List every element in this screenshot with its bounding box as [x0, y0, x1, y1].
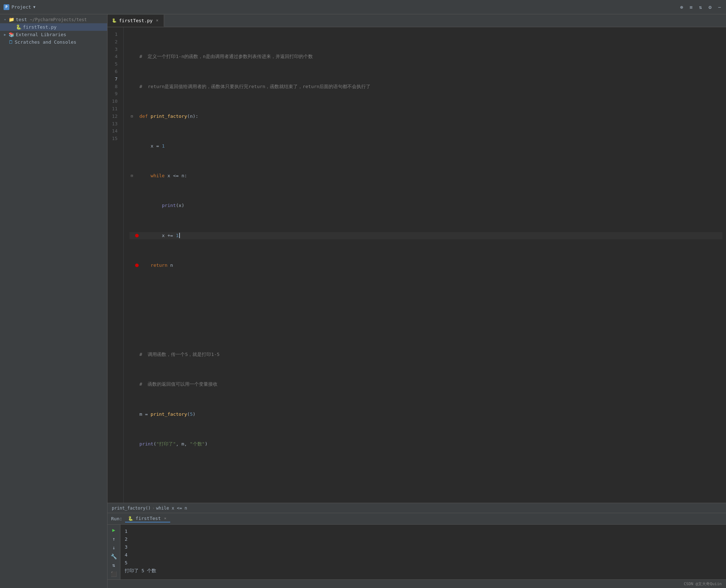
code-line-11: # 调用函数，传一个5，就是打印1-5 — [129, 351, 722, 358]
line-num-7: 7 — [108, 76, 120, 83]
run-output[interactable]: 1 2 3 4 5 打印了 5 个数 — [120, 525, 726, 579]
line-num-15: 15 — [108, 135, 120, 143]
run-down-button[interactable]: ↓ — [110, 544, 118, 551]
project-icon: P — [4, 4, 9, 10]
code-text-5: while x <= n: — [139, 172, 722, 180]
code-line-14: print("打印了", m, "个数") — [129, 440, 722, 448]
run-tab-name: firstTest — [135, 516, 161, 521]
run-play-button[interactable]: ▶ — [110, 527, 118, 534]
line-num-6: 6 — [108, 68, 120, 76]
sidebar-item-scratches[interactable]: 🗒 Scratches and Consoles — [0, 38, 107, 46]
line-num-2: 2 — [108, 38, 120, 46]
browse-icon[interactable]: ⊕ — [679, 4, 684, 11]
output-line-4: 4 — [125, 551, 722, 559]
settings-icon[interactable]: ⚙ — [707, 4, 713, 11]
title-bar-icons: ⊕ ≡ ⇅ ⚙ − — [679, 4, 722, 11]
line-num-5: 5 — [108, 61, 120, 68]
code-line-1: # 定义一个打印1-n的函数，n是由调用者通过参数列表传进来，并返回打印的个数 — [129, 53, 722, 61]
status-right: CSDN @文大奇Quiin — [684, 581, 722, 587]
sidebar-tree: ▾ 📁 test ~/PycharmProjects/test 🐍 firstT… — [0, 14, 107, 588]
sidebar: ▾ 📁 test ~/PycharmProjects/test 🐍 firstT… — [0, 14, 108, 588]
line-numbers: 1 2 3 4 5 6 7 8 9 10 11 12 13 14 15 — [108, 27, 124, 503]
title-bar: P Project ▼ ⊕ ≡ ⇅ ⚙ − — [0, 0, 726, 14]
breadcrumb-sep: › — [152, 506, 154, 511]
ext-icon: 📚 — [9, 32, 14, 37]
navigate-icon[interactable]: ⇅ — [698, 4, 703, 11]
minimize-icon[interactable]: − — [717, 4, 722, 11]
code-text-2: # return是返回值给调用者的，函数体只要执行完return，函数就结束了，… — [139, 83, 722, 91]
editor-area: 🐍 firstTest.py × 1 2 3 4 5 6 7 8 9 10 11… — [108, 14, 726, 588]
code-line-6: print(x) — [129, 202, 722, 209]
code-text-4: x = 1 — [139, 143, 722, 150]
code-text-7: x += 1 — [139, 232, 722, 240]
sidebar-item-test-folder[interactable]: ▾ 📁 test ~/PycharmProjects/test — [0, 16, 107, 23]
sidebar-item-firsttest[interactable]: 🐍 firstTest.py — [0, 23, 107, 31]
py-file-icon: 🐍 — [16, 24, 22, 30]
output-line-5: 5 — [125, 559, 722, 567]
code-text-15 — [139, 470, 722, 478]
run-tab-close[interactable]: × — [163, 516, 168, 521]
line-num-10: 10 — [108, 98, 120, 105]
line-num-12: 12 — [108, 113, 120, 120]
line-num-1: 1 — [108, 31, 120, 38]
run-settings-button[interactable]: 🔧 — [110, 553, 118, 560]
run-tab-firsttest[interactable]: 🐍 firstTest × — [125, 515, 170, 522]
code-text-1: # 定义一个打印1-n的函数，n是由调用者通过参数列表传进来，并返回打印的个数 — [139, 53, 722, 61]
code-line-8: return n — [129, 262, 722, 269]
run-panel: Run: 🐍 firstTest × ▶ ↑ ↓ 🔧 ⇅ ⬛ 1 — [108, 513, 726, 588]
code-line-4: x = 1 — [129, 143, 722, 150]
line-num-11: 11 — [108, 105, 120, 113]
code-text-11: # 调用函数，传一个5，就是打印1-5 — [139, 351, 722, 358]
ext-arrow: ▶ — [3, 33, 7, 37]
code-text-6: print(x) — [139, 202, 722, 209]
run-header: Run: 🐍 firstTest × — [108, 513, 726, 525]
breadcrumb-scope[interactable]: while x <= n — [156, 506, 187, 511]
bp-7[interactable] — [134, 234, 139, 237]
main-layout: ▾ 📁 test ~/PycharmProjects/test 🐍 firstT… — [0, 14, 726, 588]
folder-icon: 📁 — [9, 17, 14, 22]
folder-label: test — [16, 17, 27, 22]
code-line-2: # return是返回值给调用者的，函数体只要执行完return，函数就结束了，… — [129, 83, 722, 91]
line-num-3: 3 — [108, 46, 120, 53]
line-num-8: 8 — [108, 83, 120, 91]
line-num-14: 14 — [108, 127, 120, 135]
run-rerun-button[interactable]: ⇅ — [110, 562, 118, 569]
breadcrumb-func[interactable]: print_factory() — [112, 506, 151, 511]
scratch-label: Scratches and Consoles — [15, 39, 76, 45]
sidebar-item-external-libs[interactable]: ▶ 📚 External Libraries — [0, 31, 107, 38]
output-line-1: 1 — [125, 527, 722, 535]
run-up-button[interactable]: ↑ — [110, 536, 118, 543]
run-stop-button[interactable]: ⬛ — [110, 571, 118, 578]
dropdown-arrow: ▼ — [33, 5, 35, 9]
folder-arrow: ▾ — [3, 18, 7, 21]
line-num-9: 9 — [108, 90, 120, 98]
run-tab-icon: 🐍 — [128, 516, 133, 521]
line-num-13: 13 — [108, 120, 120, 128]
editor-tab-firsttest[interactable]: 🐍 firstTest.py × — [108, 15, 164, 27]
code-line-3: ⊟ def print_factory(n): — [129, 113, 722, 120]
project-selector[interactable]: P Project ▼ — [4, 4, 35, 10]
breadcrumb-bar: print_factory() › while x <= n — [108, 503, 726, 513]
code-text-9 — [139, 291, 722, 299]
bp-8[interactable] — [134, 264, 139, 267]
code-text-3: def print_factory(n): — [139, 113, 722, 120]
code-line-12: # 函数的返回值可以用一个变量接收 — [129, 381, 722, 388]
scratch-icon: 🗒 — [9, 39, 13, 45]
code-editor[interactable]: 1 2 3 4 5 6 7 8 9 10 11 12 13 14 15 — [108, 27, 726, 503]
structure-icon[interactable]: ≡ — [688, 4, 694, 11]
code-text-12: # 函数的返回值可以用一个变量接收 — [139, 381, 722, 388]
output-line-2: 2 — [125, 535, 722, 543]
tab-filename: firstTest.py — [119, 18, 153, 23]
fold-3[interactable]: ⊟ — [129, 113, 134, 120]
code-text-10 — [139, 321, 722, 329]
file-label: firstTest.py — [23, 24, 57, 30]
code-text-8: return n — [139, 262, 722, 269]
code-line-15 — [129, 470, 722, 478]
tab-close-button[interactable]: × — [155, 18, 159, 23]
run-status-bar: CSDN @文大奇Quiin — [108, 579, 726, 588]
ext-label: External Libraries — [16, 32, 66, 37]
output-line-final: 打印了 5 个数 — [125, 567, 722, 575]
code-text-14: print("打印了", m, "个数") — [139, 440, 722, 448]
fold-5[interactable]: ⊟ — [129, 172, 134, 180]
code-content[interactable]: # 定义一个打印1-n的函数，n是由调用者通过参数列表传进来，并返回打印的个数 … — [124, 27, 726, 503]
